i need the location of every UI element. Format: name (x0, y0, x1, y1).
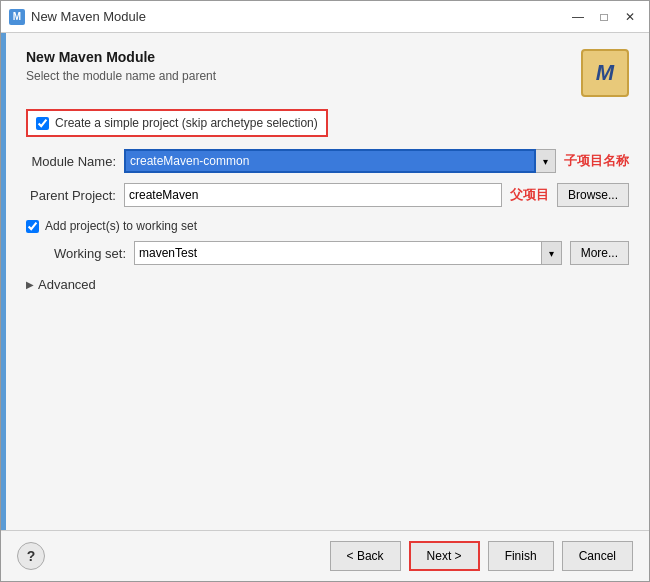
header-section: New Maven Module Select the module name … (26, 49, 629, 97)
working-set-section: Add project(s) to working set Working se… (26, 219, 629, 265)
module-name-input[interactable] (124, 149, 536, 173)
module-name-annotation: 子项目名称 (564, 152, 629, 170)
working-set-checkbox-row: Add project(s) to working set (26, 219, 629, 233)
module-name-label: Module Name: (26, 154, 116, 169)
more-button[interactable]: More... (570, 241, 629, 265)
form-section: Module Name: ▾ 子项目名称 Parent Project: 父项目… (26, 149, 629, 207)
help-button[interactable]: ? (17, 542, 45, 570)
bottom-left: ? (17, 542, 45, 570)
module-name-dropdown-arrow[interactable]: ▾ (536, 149, 556, 173)
simple-project-section: Create a simple project (skip archetype … (26, 109, 328, 137)
finish-button[interactable]: Finish (488, 541, 554, 571)
title-bar: M New Maven Module — □ ✕ (1, 1, 649, 33)
simple-project-checkbox[interactable] (36, 117, 49, 130)
bottom-bar: ? < Back Next > Finish Cancel (1, 530, 649, 581)
new-maven-module-dialog: M New Maven Module — □ ✕ New Maven Modul… (0, 0, 650, 582)
parent-project-annotation: 父项目 (510, 186, 549, 204)
maximize-button[interactable]: □ (593, 6, 615, 28)
browse-button[interactable]: Browse... (557, 183, 629, 207)
simple-project-label: Create a simple project (skip archetype … (55, 116, 318, 130)
back-button[interactable]: < Back (330, 541, 401, 571)
page-title: New Maven Module (26, 49, 216, 65)
maven-icon: M (581, 49, 629, 97)
minimize-button[interactable]: — (567, 6, 589, 28)
advanced-section[interactable]: ▶ Advanced (26, 277, 629, 292)
parent-project-input[interactable] (124, 183, 502, 207)
working-set-name-row: Working set: ▾ More... (26, 241, 629, 265)
working-set-name-label: Working set: (46, 246, 126, 261)
bottom-buttons: < Back Next > Finish Cancel (330, 541, 633, 571)
working-set-dropdown-arrow[interactable]: ▾ (542, 241, 562, 265)
close-button[interactable]: ✕ (619, 6, 641, 28)
dialog-title: New Maven Module (31, 9, 146, 24)
page-subtitle: Select the module name and parent (26, 69, 216, 83)
module-name-field-wrapper: ▾ (124, 149, 556, 173)
working-set-checkbox-label: Add project(s) to working set (45, 219, 197, 233)
cancel-button[interactable]: Cancel (562, 541, 633, 571)
parent-project-row: Parent Project: 父项目 Browse... (26, 183, 629, 207)
header-text: New Maven Module Select the module name … (26, 49, 216, 83)
next-button[interactable]: Next > (409, 541, 480, 571)
working-set-input[interactable] (134, 241, 542, 265)
parent-project-label: Parent Project: (26, 188, 116, 203)
title-bar-left: M New Maven Module (9, 9, 146, 25)
advanced-arrow-icon: ▶ (26, 279, 34, 290)
module-name-row: Module Name: ▾ 子项目名称 (26, 149, 629, 173)
title-bar-controls: — □ ✕ (567, 6, 641, 28)
working-set-checkbox[interactable] (26, 220, 39, 233)
working-set-dropdown-wrapper: ▾ (134, 241, 562, 265)
advanced-label: Advanced (38, 277, 96, 292)
dialog-icon: M (9, 9, 25, 25)
